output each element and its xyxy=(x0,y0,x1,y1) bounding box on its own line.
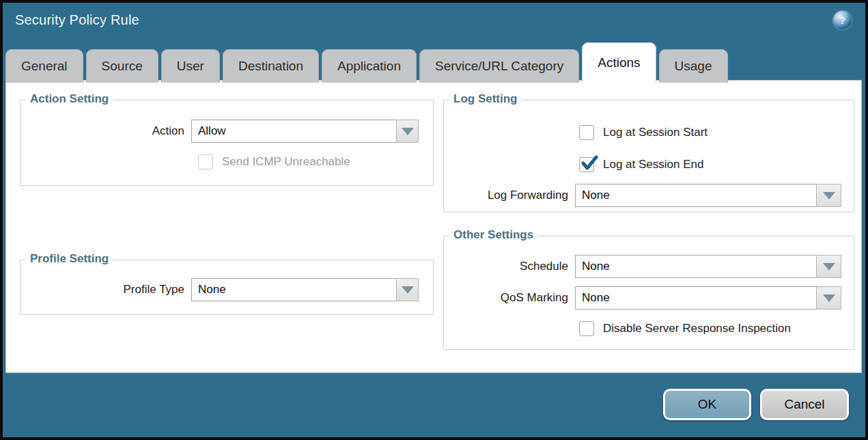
schedule-dropdown-value[interactable]: None xyxy=(575,255,817,278)
chevron-down-icon xyxy=(823,192,835,200)
action-dropdown: Allow xyxy=(191,120,419,143)
dialog-title: Security Policy Rule xyxy=(15,12,139,28)
profile-type-dropdown-button[interactable] xyxy=(396,278,419,301)
tab-usage[interactable]: Usage xyxy=(659,49,728,83)
action-dropdown-value[interactable]: Allow xyxy=(191,120,397,143)
tab-destination[interactable]: Destination xyxy=(223,49,319,83)
other-settings-legend: Other Settings xyxy=(449,228,537,242)
log-at-session-end-label: Log at Session End xyxy=(594,158,703,171)
log-at-session-end-checkbox[interactable] xyxy=(579,157,594,172)
qos-marking-dropdown-value[interactable]: None xyxy=(575,286,817,310)
tab-service-url-category[interactable]: Service/URL Category xyxy=(419,49,579,83)
log-forwarding-dropdown: None xyxy=(575,184,841,207)
tab-general[interactable]: General xyxy=(5,49,83,83)
qos-marking-dropdown-button[interactable] xyxy=(816,286,841,310)
profile-setting-group: Profile Setting Profile Type None xyxy=(20,260,434,315)
checkmark-icon xyxy=(580,154,598,173)
chevron-down-icon xyxy=(402,128,414,135)
profile-type-dropdown: None xyxy=(191,278,419,301)
tab-user[interactable]: User xyxy=(161,49,220,83)
disable-server-response-inspection-checkbox[interactable] xyxy=(579,321,594,336)
chevron-down-icon xyxy=(823,294,835,302)
disable-server-response-inspection-label: Disable Server Response Inspection xyxy=(594,322,791,335)
tab-actions[interactable]: Actions xyxy=(582,42,656,83)
log-setting-group: Log Setting Log at Session Start Log at … xyxy=(443,100,854,212)
action-setting-legend: Action Setting xyxy=(26,92,113,106)
tab-source[interactable]: Source xyxy=(86,49,158,83)
send-icmp-unreachable-checkbox[interactable] xyxy=(198,154,213,169)
schedule-dropdown: None xyxy=(575,255,841,278)
cancel-button[interactable]: Cancel xyxy=(760,389,849,420)
chevron-down-icon xyxy=(823,263,835,271)
dialog-footer: OK Cancel xyxy=(663,389,849,420)
actions-tab-panel: Action Setting Action Allow Send ICMP Un… xyxy=(5,80,862,373)
log-setting-legend: Log Setting xyxy=(449,92,521,106)
tab-bar: General Source User Destination Applicat… xyxy=(5,42,731,83)
action-dropdown-button[interactable] xyxy=(396,120,419,143)
qos-marking-dropdown: None xyxy=(575,286,841,310)
action-setting-group: Action Setting Action Allow Send ICMP Un… xyxy=(20,100,434,186)
schedule-dropdown-button[interactable] xyxy=(816,255,841,278)
profile-type-dropdown-value[interactable]: None xyxy=(191,278,397,301)
action-label: Action xyxy=(20,124,191,138)
send-icmp-unreachable-label: Send ICMP Unreachable xyxy=(213,155,350,169)
other-settings-group: Other Settings Schedule None QoS Marking… xyxy=(443,236,854,350)
log-at-session-start-checkbox[interactable] xyxy=(579,125,594,140)
qos-marking-label: QoS Marking xyxy=(444,291,575,305)
schedule-label: Schedule xyxy=(444,260,575,273)
log-forwarding-dropdown-button[interactable] xyxy=(816,184,841,207)
log-forwarding-label: Log Forwarding xyxy=(444,189,575,202)
log-forwarding-dropdown-value[interactable]: None xyxy=(575,184,817,207)
security-policy-rule-dialog: Security Policy Rule ? General Source Us… xyxy=(0,0,868,440)
tab-application[interactable]: Application xyxy=(322,49,417,83)
log-at-session-start-label: Log at Session Start xyxy=(594,126,708,139)
profile-type-label: Profile Type xyxy=(20,283,191,297)
help-icon[interactable]: ? xyxy=(833,11,852,29)
chevron-down-icon xyxy=(402,286,414,294)
ok-button[interactable]: OK xyxy=(663,389,751,420)
profile-setting-legend: Profile Setting xyxy=(26,252,113,266)
